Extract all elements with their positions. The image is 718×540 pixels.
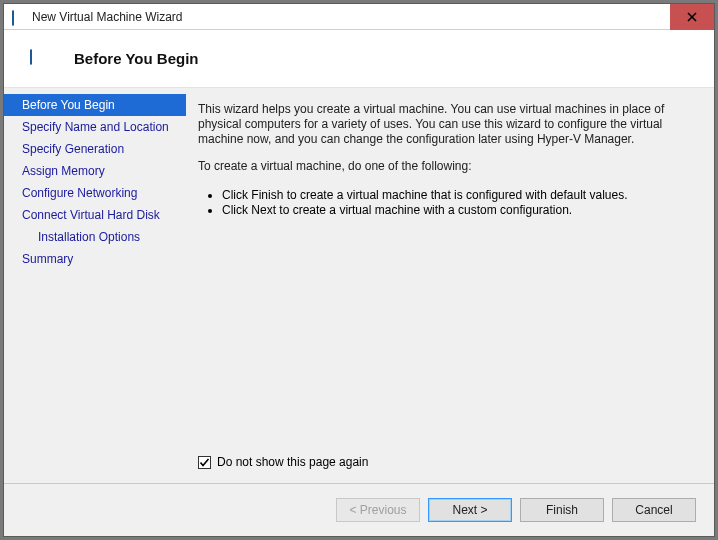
sidebar-item-configure-networking[interactable]: Configure Networking bbox=[4, 182, 186, 204]
option-list: Click Finish to create a virtual machine… bbox=[198, 188, 690, 218]
window-title: New Virtual Machine Wizard bbox=[32, 10, 183, 24]
banner: Before You Begin bbox=[4, 30, 714, 88]
wizard-content: This wizard helps you create a virtual m… bbox=[186, 88, 714, 483]
previous-button: < Previous bbox=[336, 498, 420, 522]
sidebar-item-assign-memory[interactable]: Assign Memory bbox=[4, 160, 186, 182]
sidebar-item-label: Assign Memory bbox=[22, 164, 105, 178]
monitor-icon bbox=[12, 11, 26, 23]
checkbox-icon bbox=[198, 456, 211, 469]
titlebar: New Virtual Machine Wizard bbox=[4, 4, 714, 30]
option-finish: Click Finish to create a virtual machine… bbox=[222, 188, 690, 202]
finish-button[interactable]: Finish bbox=[520, 498, 604, 522]
sidebar-item-label: Before You Begin bbox=[22, 98, 115, 112]
close-button[interactable] bbox=[670, 4, 714, 30]
monitor-icon bbox=[30, 50, 52, 68]
sidebar-item-label: Configure Networking bbox=[22, 186, 137, 200]
sidebar-item-installation-options[interactable]: Installation Options bbox=[4, 226, 186, 248]
sidebar-item-label: Summary bbox=[22, 252, 73, 266]
checkbox-label: Do not show this page again bbox=[217, 455, 368, 469]
sidebar-item-before-you-begin[interactable]: Before You Begin bbox=[4, 94, 186, 116]
do-not-show-checkbox[interactable]: Do not show this page again bbox=[198, 455, 690, 469]
close-icon bbox=[687, 12, 697, 22]
next-button[interactable]: Next > bbox=[428, 498, 512, 522]
sidebar-item-label: Connect Virtual Hard Disk bbox=[22, 208, 160, 222]
sidebar-item-connect-vhd[interactable]: Connect Virtual Hard Disk bbox=[4, 204, 186, 226]
option-next: Click Next to create a virtual machine w… bbox=[222, 203, 690, 217]
cancel-button[interactable]: Cancel bbox=[612, 498, 696, 522]
sidebar-item-label: Installation Options bbox=[38, 230, 140, 244]
sidebar-item-specify-name[interactable]: Specify Name and Location bbox=[4, 116, 186, 138]
sidebar-item-specify-generation[interactable]: Specify Generation bbox=[4, 138, 186, 160]
sidebar-item-summary[interactable]: Summary bbox=[4, 248, 186, 270]
sidebar-item-label: Specify Name and Location bbox=[22, 120, 169, 134]
page-title: Before You Begin bbox=[74, 50, 198, 67]
wizard-steps-sidebar: Before You Begin Specify Name and Locati… bbox=[4, 88, 186, 483]
wizard-footer: < Previous Next > Finish Cancel bbox=[4, 483, 714, 536]
sidebar-item-label: Specify Generation bbox=[22, 142, 124, 156]
wizard-window: New Virtual Machine Wizard Before You Be… bbox=[3, 3, 715, 537]
instruction-text: To create a virtual machine, do one of t… bbox=[198, 159, 690, 174]
intro-text: This wizard helps you create a virtual m… bbox=[198, 102, 690, 147]
